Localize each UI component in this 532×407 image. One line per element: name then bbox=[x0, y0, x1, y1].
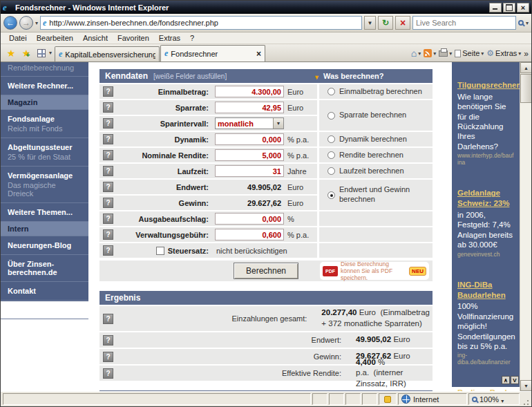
sidebar-item-weitere-themen[interactable]: Weitere Themen... bbox=[1, 203, 88, 222]
help-button[interactable] bbox=[103, 214, 113, 224]
rendite-input[interactable] bbox=[215, 149, 284, 161]
help-button[interactable] bbox=[103, 182, 113, 192]
menu-datei[interactable]: Datei bbox=[5, 33, 31, 43]
help-button[interactable] bbox=[103, 166, 113, 176]
menu-hilfe[interactable]: ? bbox=[186, 33, 198, 43]
zoom-control[interactable]: 100% bbox=[468, 393, 520, 405]
sidebar-item-impressum[interactable]: Impressum bbox=[1, 301, 88, 319]
pdf-save-link[interactable]: Diese Berechnung können Sie als PDF spei… bbox=[320, 262, 429, 280]
feeds-button[interactable] bbox=[424, 49, 436, 57]
tools-menu-button[interactable]: Extras bbox=[486, 48, 521, 58]
ausgabeaufschlag-input[interactable] bbox=[215, 213, 284, 225]
history-dropdown-icon[interactable] bbox=[35, 20, 38, 26]
ad-berliner-bank[interactable]: Berliner Bank sichern Sie sich jetzt 4,3… bbox=[457, 388, 515, 391]
berechnen-button[interactable]: Berechnen bbox=[234, 263, 298, 279]
steuersatz-checkbox[interactable] bbox=[156, 247, 164, 255]
quick-tabs-button[interactable] bbox=[34, 46, 49, 61]
search-dropdown-icon[interactable] bbox=[526, 20, 529, 26]
ad-ing-diba[interactable]: ING-DiBa Baudarlehen 100% Vollfinanzieru… bbox=[457, 280, 515, 366]
more-commands-icon[interactable] bbox=[524, 47, 529, 59]
add-favorite-button[interactable] bbox=[19, 46, 34, 61]
page-dropdown-icon[interactable] bbox=[481, 50, 484, 57]
print-dropdown-icon[interactable] bbox=[449, 50, 452, 57]
radio-icon[interactable] bbox=[327, 151, 335, 159]
favorites-button[interactable] bbox=[3, 46, 19, 61]
sidebar-item-fondsanlage[interactable]: Fondsanlage Reich mit Fonds bbox=[1, 110, 88, 138]
maximize-button[interactable] bbox=[503, 3, 515, 12]
back-button[interactable] bbox=[3, 16, 17, 30]
radio-icon[interactable] bbox=[327, 135, 335, 143]
sidebar-item-weitere-rechner[interactable]: Weitere Rechner... bbox=[1, 77, 88, 95]
home-dropdown-icon[interactable] bbox=[418, 50, 421, 57]
search-box[interactable] bbox=[412, 16, 516, 30]
help-button[interactable] bbox=[103, 86, 113, 97]
url-text[interactable]: http://www.zinsen-berechnen.de/fondsrech… bbox=[49, 19, 359, 27]
radio-selected-icon[interactable] bbox=[327, 191, 335, 199]
help-button[interactable] bbox=[103, 134, 113, 144]
scrollbar-thumb[interactable] bbox=[520, 74, 531, 103]
ad-geldanlage-schweiz[interactable]: Geldanlage Schweiz: 23% in 2006, Festgel… bbox=[457, 188, 515, 257]
radio-icon[interactable] bbox=[327, 167, 335, 175]
tab-close-icon[interactable] bbox=[256, 49, 261, 59]
stop-button[interactable] bbox=[395, 16, 410, 30]
search-input[interactable] bbox=[416, 19, 513, 27]
ad-scroll-up-button[interactable] bbox=[502, 376, 510, 384]
resize-grip[interactable] bbox=[521, 393, 530, 405]
radio-dynamik[interactable]: Dynamik berechnen bbox=[319, 132, 433, 146]
collapse-triangle-icon[interactable] bbox=[314, 70, 320, 82]
sidebar-item-abgeltungssteuer[interactable]: Abgeltungssteuer 25 % für den Staat bbox=[1, 138, 88, 167]
close-button[interactable] bbox=[517, 3, 529, 12]
radio-icon[interactable] bbox=[327, 88, 335, 95]
sidebar-partial-item[interactable]: Renditeberechnung bbox=[1, 62, 88, 77]
tab-fondsrechner[interactable]: e Fondsrechner bbox=[160, 45, 265, 61]
tab-kapitallebensversicherung[interactable]: e KapitalLebensversicherung k... bbox=[55, 46, 160, 61]
help-button[interactable] bbox=[103, 229, 113, 240]
help-button[interactable] bbox=[103, 352, 113, 362]
ad-title-link[interactable]: Tilgungsrechner bbox=[457, 80, 515, 91]
verwaltungsgebuehr-input[interactable] bbox=[215, 229, 284, 240]
home-button[interactable] bbox=[411, 48, 421, 59]
select-arrow-icon[interactable] bbox=[273, 118, 283, 129]
help-button[interactable] bbox=[103, 102, 113, 113]
refresh-button[interactable] bbox=[378, 16, 393, 30]
radio-rendite[interactable]: Rendite berechnen bbox=[319, 148, 433, 162]
minimize-button[interactable] bbox=[489, 3, 502, 12]
ad-title-link[interactable]: ING-DiBa Baudarlehen bbox=[457, 280, 515, 301]
ad-title-link[interactable]: Geldanlage Schweiz: 23% bbox=[457, 188, 515, 209]
sidebar-item-neuerungen-blog[interactable]: Neuerungen-Blog bbox=[1, 236, 88, 255]
sparrate-input[interactable] bbox=[215, 102, 284, 113]
sidebar-item-vermoegensanlage[interactable]: Vermögensanlage Das magische Dreieck bbox=[1, 167, 88, 203]
menu-extras[interactable]: Extras bbox=[155, 33, 184, 43]
radio-icon[interactable] bbox=[327, 112, 335, 120]
help-button[interactable] bbox=[103, 335, 113, 346]
sparintervall-select[interactable]: monatlich bbox=[215, 117, 284, 129]
help-button[interactable] bbox=[103, 245, 113, 256]
help-button[interactable] bbox=[103, 368, 113, 379]
radio-laufzeit[interactable]: Laufzeit berechnen bbox=[319, 164, 433, 178]
help-button[interactable] bbox=[103, 314, 113, 324]
page-menu-button[interactable]: Seite bbox=[455, 49, 484, 57]
laufzeit-input[interactable] bbox=[215, 165, 284, 177]
dynamik-input[interactable] bbox=[215, 133, 284, 145]
search-icon[interactable] bbox=[518, 20, 524, 26]
url-dropdown-button[interactable] bbox=[364, 16, 376, 30]
menu-ansicht[interactable]: Ansicht bbox=[79, 33, 112, 43]
sidebar-item-ueber[interactable]: Über Zinsen-berechnen.de bbox=[1, 255, 88, 282]
help-button[interactable] bbox=[103, 150, 113, 160]
scroll-down-button[interactable] bbox=[520, 380, 531, 391]
menu-bearbeiten[interactable]: Bearbeiten bbox=[32, 33, 77, 43]
ad-tilgungsrechner[interactable]: Tilgungsrechner Wie lange benötigen Sie … bbox=[457, 80, 515, 166]
scroll-up-button[interactable] bbox=[520, 62, 531, 73]
ad-title-link[interactable]: Berliner Bank bbox=[457, 388, 515, 391]
menu-favoriten[interactable]: Favoriten bbox=[113, 33, 153, 43]
forward-button[interactable] bbox=[19, 16, 33, 30]
ad-scroll-down-button[interactable] bbox=[511, 376, 519, 384]
tabs-dropdown-icon[interactable] bbox=[49, 50, 52, 56]
radio-sparrate[interactable]: Sparrate berechnen bbox=[319, 100, 433, 131]
einmalbetrag-input[interactable] bbox=[215, 86, 284, 97]
feeds-dropdown-icon[interactable] bbox=[433, 50, 436, 57]
vertical-scrollbar[interactable] bbox=[520, 62, 531, 391]
radio-einmalbetrag[interactable]: Einmalbetrag berechnen bbox=[319, 84, 433, 99]
help-button[interactable] bbox=[103, 118, 113, 129]
url-field[interactable]: e http://www.zinsen-berechnen.de/fondsre… bbox=[40, 16, 362, 30]
